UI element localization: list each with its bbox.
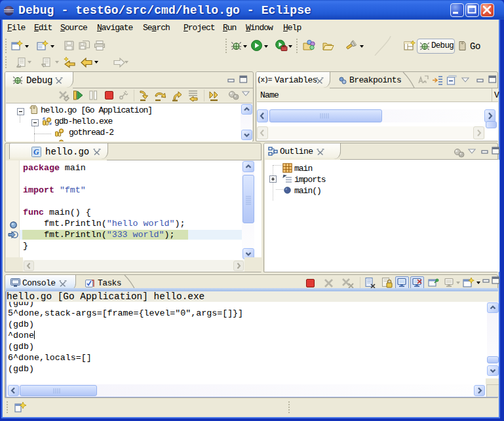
svg-text:G: G <box>33 147 39 156</box>
